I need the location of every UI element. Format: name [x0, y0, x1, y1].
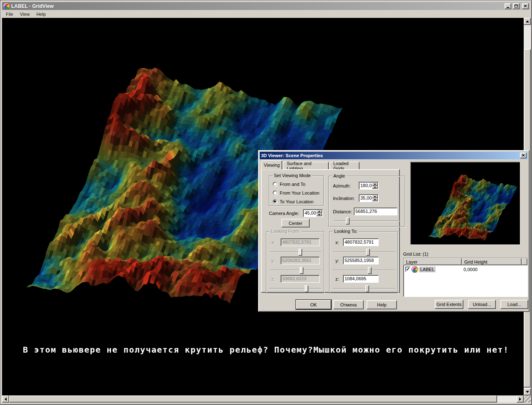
scroll-down-button[interactable] — [524, 388, 531, 395]
column-header-layer[interactable]: Layer — [404, 258, 462, 265]
to-z-label: z: — [335, 277, 339, 282]
distance-slider[interactable] — [334, 217, 400, 225]
inclination-spin-down[interactable] — [372, 198, 378, 202]
close-button[interactable]: ✕ — [522, 3, 529, 9]
tab-loaded-grids[interactable]: Loaded Grids — [330, 162, 360, 170]
azimuth-spin-down[interactable] — [372, 186, 378, 189]
from-x-label: x: — [271, 240, 275, 245]
maximize-button[interactable] — [513, 3, 520, 9]
slider-track — [334, 220, 400, 221]
cancel-button[interactable]: Отмена — [333, 300, 364, 309]
dialog-close-button[interactable]: ✕ — [520, 153, 527, 158]
to-y-input[interactable]: 5255853,1958 — [343, 257, 379, 264]
horizontal-scrollbar[interactable] — [2, 395, 524, 403]
menu-bar: File View Help — [2, 10, 530, 18]
to-y-slider[interactable] — [333, 267, 395, 274]
menu-file[interactable]: File — [3, 11, 16, 17]
inclination-value: 35,00 — [360, 195, 372, 200]
tab-viewing[interactable]: Viewing — [261, 161, 282, 170]
radio-from-and-to[interactable] — [273, 182, 277, 186]
load-button[interactable]: Load... — [500, 300, 528, 309]
resize-grip[interactable] — [524, 395, 531, 403]
azimuth-input[interactable]: 180,0 — [359, 182, 379, 190]
horizontal-scroll-thumb[interactable] — [9, 395, 497, 403]
grid-list-header: Layer Grid Height — [404, 258, 527, 265]
grid-list-label: Grid List: (1) — [403, 252, 429, 257]
dialog-titlebar[interactable]: 3D Viewer: Scene Properties ✕ — [260, 152, 528, 159]
unload-button[interactable]: Unload... — [468, 300, 496, 309]
scroll-up-button[interactable] — [524, 18, 531, 25]
to-y-slider-thumb[interactable] — [368, 267, 372, 274]
azimuth-label: Azimuth: — [333, 183, 351, 188]
inclination-spin-up[interactable] — [372, 195, 378, 198]
maximize-icon — [515, 5, 518, 7]
arrow-down-icon — [526, 391, 529, 395]
from-z-label: z: — [271, 277, 275, 282]
looking-to-legend: Looking To: — [333, 229, 359, 234]
minimize-button[interactable] — [505, 3, 511, 9]
column-grid-height-label: Grid Height — [464, 259, 488, 264]
layer-name: LABEL — [419, 267, 436, 272]
radio-from-your-location[interactable] — [273, 190, 277, 195]
scene-properties-dialog: 3D Viewer: Scene Properties ✕ Viewing Su… — [258, 150, 530, 312]
grid-list-row[interactable]: LABEL 0,0000 — [404, 265, 527, 273]
from-x-slider — [270, 248, 321, 256]
unload-label: Unload... — [473, 302, 491, 307]
spin-down-icon — [374, 187, 376, 189]
menu-help[interactable]: Help — [33, 11, 49, 17]
tab-surface-and-lighting[interactable]: Surface and Lighting — [283, 162, 329, 170]
scene-caption-text: В этом вьювере не получается крутить рел… — [23, 345, 522, 355]
looking-from-legend: Looking From: — [270, 229, 301, 234]
center-button[interactable]: Center — [281, 219, 310, 227]
dialog-title: 3D Viewer: Scene Properties — [261, 153, 520, 158]
azimuth-spin-up[interactable] — [372, 183, 378, 186]
column-header-grid-height[interactable]: Grid Height — [462, 258, 522, 265]
close-icon: ✕ — [524, 4, 527, 8]
to-x-slider-thumb[interactable] — [366, 249, 370, 256]
distance-slider-thumb[interactable] — [346, 217, 350, 225]
help-button[interactable]: Help — [367, 300, 397, 309]
to-z-slider-thumb[interactable] — [365, 285, 369, 292]
radio-row-from-your-location[interactable]: From Your Location — [273, 190, 319, 195]
grid-extents-button[interactable]: Grid Extents — [435, 300, 463, 309]
camera-angle-input[interactable]: 45,00 — [303, 209, 323, 217]
radio-to-your-location[interactable] — [273, 199, 277, 204]
from-y-label: y: — [271, 258, 275, 263]
from-x-slider-thumb — [298, 249, 302, 256]
grid-height-value: 0,0000 — [463, 267, 478, 272]
scroll-right-button[interactable] — [517, 395, 524, 403]
radio-to-your-location-label: To Your Location — [280, 199, 313, 204]
center-button-label: Center — [288, 221, 302, 226]
ok-button[interactable]: OK — [296, 300, 331, 309]
from-y-input: 5209283,3561 — [281, 257, 320, 264]
from-z-slider — [270, 285, 321, 292]
radio-row-to-your-location[interactable]: To Your Location — [273, 199, 313, 204]
to-y-value: 5255853,1958 — [345, 258, 374, 263]
distance-value: 56851,276 — [355, 209, 377, 214]
from-y-slider-thumb — [300, 267, 303, 274]
camera-spin-down[interactable] — [316, 213, 322, 217]
cancel-button-label: Отмена — [340, 302, 357, 307]
menu-view[interactable]: View — [17, 11, 33, 17]
angle-group: Angle Azimuth: 180,0 Inclination: 35,00 … — [328, 176, 405, 227]
to-z-input[interactable]: 1084,0695 — [343, 275, 379, 283]
radio-from-and-to-label: From and To — [280, 182, 305, 187]
app-window: LABEL - GridView ✕ File View Help В этом… — [0, 0, 532, 405]
distance-input[interactable]: 56851,276 — [354, 207, 397, 215]
spin-down-icon — [374, 199, 376, 202]
from-z-input: 33692,6223 — [281, 275, 320, 283]
camera-spin-up[interactable] — [316, 210, 322, 213]
to-z-slider[interactable] — [333, 285, 395, 292]
inclination-input[interactable]: 35,00 — [359, 194, 379, 202]
to-x-slider[interactable] — [333, 248, 395, 256]
window-titlebar[interactable]: LABEL - GridView ✕ — [2, 2, 530, 10]
scroll-left-button[interactable] — [2, 395, 9, 403]
layer-visibility-checkbox[interactable] — [405, 267, 411, 272]
spin-up-icon — [318, 210, 320, 212]
radio-row-from-and-to[interactable]: From and To — [273, 181, 305, 187]
load-label: Load... — [507, 302, 522, 307]
from-y-slider — [270, 267, 321, 274]
to-x-input[interactable]: 4807832,5791 — [343, 238, 379, 246]
looking-from-group: Looking From: x: 4807832,5791 y: 5209283… — [266, 231, 324, 294]
to-x-value: 4807832,5791 — [345, 240, 374, 244]
